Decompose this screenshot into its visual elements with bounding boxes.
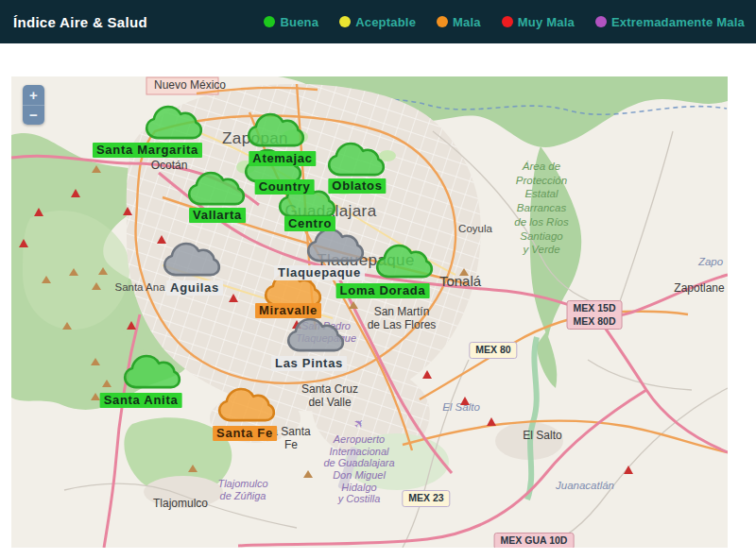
station-cloud-icon-loma-dorada[interactable]: [375, 242, 434, 285]
station-cloud-icon-vallarta[interactable]: [187, 169, 246, 212]
station-cloud-icon-aguilas[interactable]: [163, 240, 221, 283]
place-label-el-salto: El Salto: [523, 430, 561, 443]
zoom-in-button[interactable]: +: [23, 85, 44, 105]
aceptable-color-dot-icon: [339, 16, 351, 27]
place-label-ocotan: Ocotán: [151, 160, 188, 173]
peak-triangle-icon: [19, 239, 28, 247]
station-label-las-pintas: Las Pintas: [271, 356, 347, 371]
legend-item-mala: Mala: [437, 15, 481, 29]
muy-mala-color-dot-icon: [502, 16, 513, 27]
peak-triangle-icon: [91, 393, 100, 400]
station-label-centro: Centro: [284, 216, 335, 231]
peak-triangle-icon: [422, 370, 432, 379]
station-label-atemajac: Atemajac: [249, 151, 316, 166]
peak-triangle-icon: [123, 207, 132, 215]
station-label-santa-margarita: Santa Margarita: [93, 143, 202, 158]
place-label-santa-ana: Santa Ana: [114, 281, 164, 294]
station-cloud-icon-santa-fe[interactable]: [217, 385, 276, 429]
peak-triangle-icon: [91, 358, 100, 365]
peak-triangle-icon: [188, 465, 198, 472]
legend-label: Muy Mala: [518, 15, 575, 29]
place-label-juanacatlan: Juanacatlán: [556, 480, 614, 492]
station-label-miravalle: Miravalle: [255, 303, 321, 318]
place-label-coyula: Coyula: [458, 223, 492, 235]
peak-triangle-icon: [92, 165, 101, 173]
station-cloud-icon-oblatos[interactable]: [327, 140, 386, 183]
air-quality-legend: BuenaAceptableMalaMuy MalaExtremadamente…: [264, 15, 745, 29]
place-label-nuevo-mexico: Nuevo México: [154, 79, 226, 93]
legend-label: Buena: [280, 15, 318, 29]
peak-triangle-icon: [459, 268, 469, 276]
zoom-out-button[interactable]: −: [23, 105, 44, 125]
station-label-santa-fe: Santa Fe: [213, 426, 277, 441]
peak-triangle-icon: [127, 321, 136, 330]
place-label-area-protegida: Área deProtecciónEstatalBarrancasde los …: [514, 160, 569, 257]
peak-triangle-icon: [62, 322, 72, 330]
station-label-santa-anita: Santa Anita: [100, 393, 182, 408]
map[interactable]: + − Nuevo MéxicoZapopanOcotánGuadalajara…: [11, 76, 728, 548]
map-zoom-control: + −: [23, 85, 44, 125]
legend-item-buena: Buena: [264, 15, 318, 29]
station-cloud-icon-tlaquepaque[interactable]: [306, 226, 365, 269]
peak-triangle-icon: [102, 380, 112, 387]
place-label-san-martin: San Martínde Las Flores: [368, 306, 437, 332]
place-label-la-santa-fe: a SantaFe: [271, 426, 310, 452]
station-label-loma-dorada: Loma Dorada: [336, 283, 430, 298]
peak-triangle-icon: [98, 267, 108, 275]
station-label-aguilas: Aguilas: [166, 280, 223, 296]
place-label-aeropuerto: AeropuertoInternacionalde GuadalajaraDon…: [323, 433, 394, 505]
station-label-tlaquepaque: Tlaquepaque: [274, 265, 365, 280]
buena-color-dot-icon: [264, 16, 275, 27]
legend-label: Aceptable: [355, 15, 416, 29]
place-label-zapotlanejo: Zapotlane: [674, 282, 724, 296]
legend-label: Mala: [453, 15, 481, 29]
station-cloud-icon-santa-margarita[interactable]: [145, 103, 203, 146]
peak-triangle-icon: [624, 466, 633, 474]
peak-triangle-icon: [34, 208, 43, 216]
extremadamente-mala-color-dot-icon: [595, 16, 607, 27]
road-badge-mex-23: MEX 23: [402, 490, 450, 507]
legend-item-aceptable: Aceptable: [339, 15, 416, 29]
peak-triangle-icon: [42, 276, 51, 283]
peak-triangle-icon: [349, 301, 358, 309]
app-header: Índice Aire & Salud BuenaAceptableMalaMu…: [0, 0, 756, 43]
place-label-zapo: Zapo: [698, 256, 723, 268]
peak-triangle-icon: [460, 397, 470, 405]
station-label-oblatos: Oblatos: [328, 178, 386, 194]
mala-color-dot-icon: [437, 16, 448, 27]
road-badge-mex-gua-10d: MEX GUA 10D: [494, 533, 575, 548]
page-title: Índice Aire & Salud: [13, 14, 147, 30]
peak-triangle-icon: [92, 282, 101, 290]
peak-triangle-icon: [487, 417, 496, 426]
peak-triangle-icon: [303, 470, 313, 478]
peak-triangle-icon: [229, 294, 238, 302]
station-label-vallarta: Vallarta: [189, 208, 246, 223]
station-label-country: Country: [255, 179, 315, 195]
legend-label: Extremadamente Mala: [611, 15, 745, 29]
peak-triangle-icon: [69, 268, 78, 276]
peak-triangle-icon: [71, 189, 80, 197]
legend-item-extremadamente-mala: Extremadamente Mala: [595, 15, 745, 29]
legend-item-muy-mala: Muy Mala: [502, 15, 575, 29]
place-label-tlajomulco-de-zuniga: Tlajomulcode Zúñiga: [217, 478, 267, 501]
road-badge-mex-15d-80d: MEX 15DMEX 80D: [567, 300, 623, 330]
station-cloud-icon-las-pintas[interactable]: [286, 315, 345, 359]
station-cloud-icon-santa-anita[interactable]: [123, 352, 181, 396]
road-badge-mex-80: MEX 80: [469, 342, 517, 359]
place-label-tlajomulco: Tlajomulco: [153, 498, 208, 511]
place-label-santa-cruz-del-valle: Santa Cruzdel Valle: [301, 383, 358, 410]
